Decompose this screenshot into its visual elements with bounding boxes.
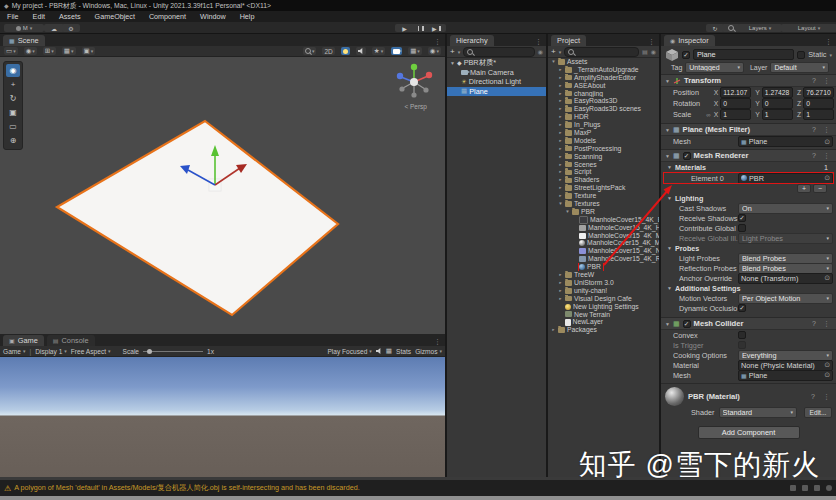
cache-icon[interactable] <box>802 485 808 491</box>
number-field[interactable]: 1.27428 <box>762 87 793 98</box>
project-tree-item[interactable]: ManholeCover15_4K_Bas <box>548 216 659 224</box>
active-checkbox[interactable]: ✓ <box>682 51 690 59</box>
display-dropdown[interactable]: Display 1▾ <box>35 348 67 355</box>
probes-foldout[interactable]: ▼Probes <box>661 243 836 253</box>
hidden-packages-icon[interactable]: ▤ <box>642 48 648 55</box>
scene-search-dropdown[interactable]: ▾ <box>303 47 317 55</box>
project-tree-item[interactable]: ▸StreetLightsPack <box>548 184 659 192</box>
tab-game[interactable]: ▣ Game <box>3 335 44 346</box>
project-tree-item[interactable]: ManholeCover15_4K_Ma <box>548 232 659 240</box>
project-tree-item[interactable]: ▸HDR <box>548 113 659 121</box>
number-field[interactable]: 112.107 <box>720 87 751 98</box>
panel-menu-icon[interactable]: ⋮ <box>644 38 659 46</box>
project-tree-item[interactable]: ▸Scenes <box>548 161 659 169</box>
project-tree-item[interactable]: ▸TreeW <box>548 271 659 279</box>
console-status-message[interactable]: A polygon of Mesh 'default' in Assets/Mo… <box>14 483 360 493</box>
scale-tool-button[interactable]: ▣ <box>6 106 20 119</box>
perspective-label[interactable]: < Persp <box>404 103 427 110</box>
dropdown-field[interactable]: Per Object Motion▾ <box>738 293 833 304</box>
menu-help[interactable]: Help <box>233 12 262 21</box>
object-picker-icon[interactable]: ⊙ <box>824 174 830 182</box>
scale-slider[interactable] <box>143 351 203 352</box>
object-field[interactable]: None (Physic Material)⊙ <box>738 360 833 371</box>
panel-menu-icon[interactable]: ⋮ <box>430 338 445 346</box>
dropdown-field[interactable]: On▾ <box>738 203 833 214</box>
scene-lighting-toggle[interactable] <box>341 47 350 55</box>
hierarchy-item-directional-light[interactable]: ☀Directional Light <box>447 77 546 87</box>
grid-snap-dropdown[interactable]: ▦▾ <box>62 47 76 55</box>
panel-divider[interactable] <box>659 34 661 477</box>
object-field[interactable]: ▦Plane⊙ <box>738 370 833 381</box>
object-picker-icon[interactable]: ⊙ <box>824 274 830 282</box>
aspect-dropdown[interactable]: Free Aspect▾ <box>71 348 111 355</box>
help-icon[interactable]: ? <box>810 320 818 327</box>
checkbox[interactable]: ✓ <box>738 304 746 312</box>
mesh-object-field[interactable]: ▦ Plane ⊙ <box>738 136 833 147</box>
add-component-button[interactable]: Add Component <box>698 426 800 439</box>
project-tree-item[interactable]: ▸MaxP <box>548 129 659 137</box>
number-field[interactable]: 1 <box>720 109 751 120</box>
project-tree-item[interactable]: ▸_TerrainAutoUpgrade <box>548 66 659 74</box>
project-tree-item[interactable]: ▸In_Plugs <box>548 121 659 129</box>
project-tree-item[interactable]: ▸Shaders <box>548 176 659 184</box>
tag-dropdown[interactable]: Untagged▾ <box>685 62 744 73</box>
object-picker-icon[interactable]: ⊙ <box>824 138 830 146</box>
materials-foldout[interactable]: ▼ Materials 1 <box>661 162 836 172</box>
number-field[interactable]: 76.2710 <box>803 87 834 98</box>
help-icon[interactable]: ? <box>810 126 818 133</box>
hierarchy-scene-row[interactable]: ▼◆PBR材质* <box>447 58 546 68</box>
vsync-toggle[interactable]: ▦ <box>386 347 392 355</box>
project-tree-item[interactable]: ▸changjing <box>548 90 659 98</box>
panel-menu-icon[interactable]: ⋮ <box>531 38 546 46</box>
object-picker-icon[interactable]: ⊙ <box>824 371 830 379</box>
project-tree-item[interactable]: ManholeCover15_4K_Me <box>548 239 659 247</box>
tab-scene[interactable]: ▦ Scene <box>3 35 45 46</box>
static-checkbox[interactable] <box>797 51 805 59</box>
tool-handle-dropdown[interactable]: ▭▾ <box>4 47 18 55</box>
project-tree-item[interactable]: ▸Script <box>548 168 659 176</box>
layer-dropdown[interactable]: Default▾ <box>770 62 829 73</box>
checkbox[interactable] <box>738 224 746 232</box>
project-tree-item[interactable]: ▸PostProcessing <box>548 145 659 153</box>
remove-material-button[interactable]: − <box>813 184 827 193</box>
component-menu-icon[interactable]: ⋮ <box>821 126 832 134</box>
component-enabled-checkbox[interactable]: ✓ <box>683 320 691 328</box>
number-field[interactable]: 1 <box>762 109 793 120</box>
mesh-collider-header[interactable]: ▼ ▦ ✓ Mesh Collider ? ⋮ <box>661 317 836 330</box>
layers-dropdown[interactable]: Layers ▾ <box>738 24 782 32</box>
scene-camera-toggle[interactable] <box>391 47 402 55</box>
project-tree-item[interactable]: ▸AmplifyShaderEditor <box>548 74 659 82</box>
rotate-tool-button[interactable]: ↻ <box>6 92 20 105</box>
hierarchy-item-plane[interactable]: ▦Plane <box>447 87 546 97</box>
project-tree-item[interactable]: PBR <box>548 263 659 271</box>
panel-menu-icon[interactable]: ⋮ <box>430 38 445 46</box>
scene-grid-dropdown[interactable]: ▦▾ <box>408 47 422 55</box>
help-icon[interactable]: ? <box>810 152 818 159</box>
project-tree-item[interactable]: ▼Assets <box>548 58 659 66</box>
project-tree-item[interactable]: ▸Texture <box>548 192 659 200</box>
move-tool-button[interactable]: + <box>6 78 20 91</box>
tab-inspector[interactable]: ◉ Inspector <box>664 35 715 46</box>
menu-gameobject[interactable]: GameObject <box>88 12 142 21</box>
progress-icon[interactable] <box>790 485 796 491</box>
account-button[interactable]: M ▾ <box>4 24 44 32</box>
game-gizmos-dropdown[interactable]: Gizmos▾ <box>415 348 442 355</box>
project-tree-item[interactable]: ManholeCover15_4K_Hei <box>548 224 659 232</box>
add-material-button[interactable]: + <box>797 184 811 193</box>
step-button[interactable]: ▶ <box>427 24 446 32</box>
mute-audio-toggle[interactable] <box>376 348 382 354</box>
scene-effects-dropdown[interactable]: ★▾ <box>372 47 385 55</box>
play-focused-dropdown[interactable]: Play Focused▾ <box>327 348 371 355</box>
number-field[interactable]: 0 <box>803 98 834 109</box>
project-tree-item[interactable]: ▼Textures <box>548 200 659 208</box>
pivot-dropdown[interactable]: ◉▾ <box>24 47 37 55</box>
2d-toggle[interactable]: 2D <box>322 47 334 55</box>
panel-menu-icon[interactable]: ⋮ <box>821 38 836 46</box>
game-viewport[interactable] <box>0 357 445 477</box>
project-tree-item[interactable]: ManholeCover15_4K_Nor <box>548 247 659 255</box>
object-picker-icon[interactable]: ⊙ <box>824 361 830 369</box>
dropdown-field[interactable]: Blend Probes▾ <box>738 263 833 274</box>
shader-dropdown[interactable]: Standard▾ <box>719 407 797 418</box>
menu-component[interactable]: Component <box>142 12 193 21</box>
material-object-field[interactable]: PBR ⊙ <box>738 173 833 184</box>
